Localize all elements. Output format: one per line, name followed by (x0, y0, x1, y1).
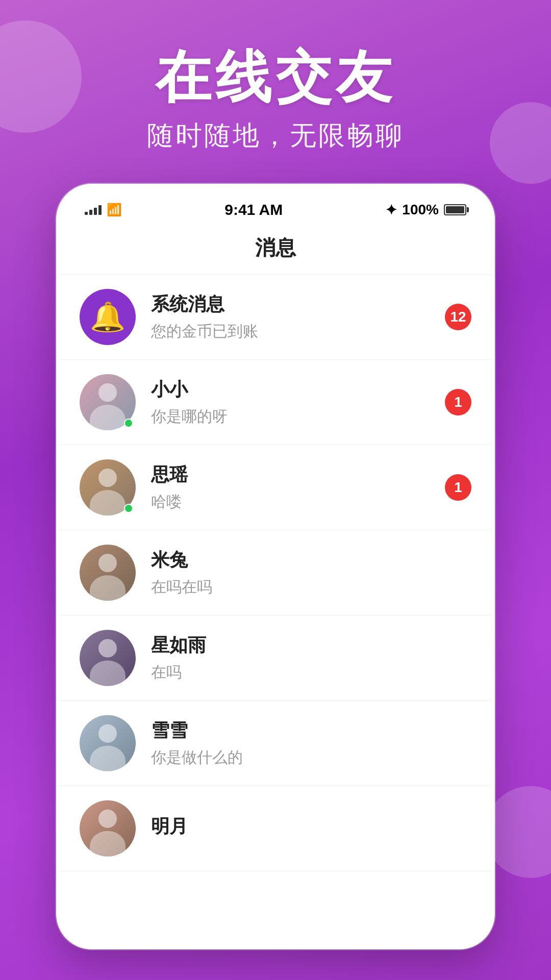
status-left: 📶 (85, 203, 122, 217)
message-preview-xuexue: 你是做什么的 (151, 747, 471, 768)
bluetooth-icon: ✦ (385, 202, 397, 218)
message-item-siyao[interactable]: 思瑶 哈喽 1 (59, 445, 492, 530)
status-time: 9:41 AM (224, 201, 283, 218)
message-preview-xingryu: 在吗 (151, 662, 471, 683)
message-content-xuexue: 雪雪 你是做什么的 (151, 718, 471, 768)
avatar-container-xiaoxiao (80, 374, 136, 430)
message-name-xuexue: 雪雪 (151, 718, 471, 743)
avatar-mingyue (80, 800, 136, 856)
message-preview-mitu: 在吗在吗 (151, 577, 471, 598)
message-name-mingyue: 明月 (151, 814, 471, 839)
message-item-mitu[interactable]: 米兔 在吗在吗 (59, 530, 492, 616)
avatar-xingryu (80, 630, 136, 686)
message-content-mitu: 米兔 在吗在吗 (151, 548, 471, 598)
badge-siyao: 1 (445, 474, 471, 501)
avatar-container-siyao (80, 459, 136, 516)
message-content-system: 系统消息 您的金币已到账 (151, 292, 437, 342)
avatar-xuexue (80, 715, 136, 771)
status-bar: 📶 9:41 AM ✦ 100% (59, 187, 492, 224)
message-content-mingyue: 明月 (151, 814, 471, 843)
avatar-system: 🔔 (80, 289, 136, 345)
message-preview-system: 您的金币已到账 (151, 321, 437, 342)
message-content-xingryu: 星如雨 在吗 (151, 633, 471, 683)
avatar-container-mingyue (80, 800, 136, 856)
bell-icon: 🔔 (90, 300, 126, 334)
message-item-system[interactable]: 🔔 系统消息 您的金币已到账 12 (59, 275, 492, 360)
badge-system: 12 (445, 304, 471, 330)
message-name-xingryu: 星如雨 (151, 633, 471, 658)
message-preview-xiaoxiao: 你是哪的呀 (151, 406, 437, 427)
online-indicator-xiaoxiao (124, 419, 133, 428)
hero-area: 在线交友 随时随地，无限畅聊 (0, 0, 551, 184)
message-name-mitu: 米兔 (151, 548, 471, 573)
signal-icon (85, 205, 102, 215)
message-name-xiaoxiao: 小小 (151, 377, 437, 402)
message-list: 🔔 系统消息 您的金币已到账 12 小小 你是哪的呀 1 (59, 275, 492, 871)
hero-sub-title: 随时随地，无限畅聊 (0, 118, 551, 154)
avatar-container-xingryu (80, 630, 136, 686)
message-item-mingyue[interactable]: 明月 (59, 786, 492, 871)
wifi-icon: 📶 (107, 203, 122, 217)
battery-icon (444, 204, 466, 215)
message-preview-siyao: 哈喽 (151, 492, 437, 512)
avatar-mitu (80, 545, 136, 601)
message-content-xiaoxiao: 小小 你是哪的呀 (151, 377, 437, 427)
status-right: ✦ 100% (385, 202, 466, 218)
page-title: 消息 (59, 224, 492, 275)
avatar-container-mitu (80, 545, 136, 601)
avatar-container-system: 🔔 (80, 289, 136, 345)
message-content-siyao: 思瑶 哈喽 (151, 462, 437, 512)
online-indicator-siyao (124, 504, 133, 513)
message-item-xuexue[interactable]: 雪雪 你是做什么的 (59, 701, 492, 786)
message-item-xiaoxiao[interactable]: 小小 你是哪的呀 1 (59, 360, 492, 445)
avatar-container-xuexue (80, 715, 136, 771)
hero-main-title: 在线交友 (0, 46, 551, 108)
message-name-siyao: 思瑶 (151, 462, 437, 487)
battery-percent: 100% (402, 202, 439, 218)
phone-mockup: 📶 9:41 AM ✦ 100% 消息 🔔 系统消息 您的金币已到账 12 (56, 184, 495, 949)
message-item-xingryu[interactable]: 星如雨 在吗 (59, 616, 492, 701)
badge-xiaoxiao: 1 (445, 389, 471, 415)
message-name-system: 系统消息 (151, 292, 437, 317)
